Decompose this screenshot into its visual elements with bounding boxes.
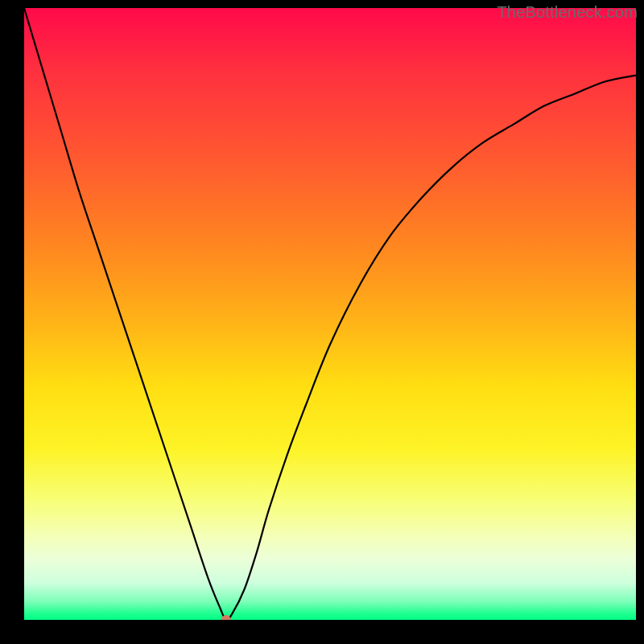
bottleneck-curve xyxy=(24,8,636,620)
chart-frame: TheBottleneck.com xyxy=(0,0,644,644)
curve-path xyxy=(24,8,636,620)
plot-area xyxy=(24,8,636,620)
min-marker xyxy=(221,615,231,620)
watermark-text: TheBottleneck.com xyxy=(497,3,638,22)
